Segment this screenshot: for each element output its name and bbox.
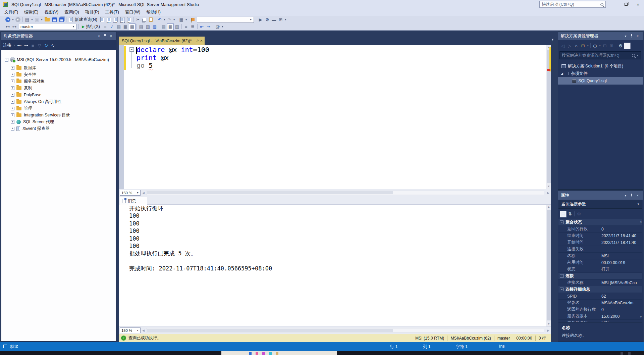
property-row[interactable]: 连接失败 bbox=[558, 246, 642, 253]
new-project-icon[interactable]: ▤ bbox=[24, 16, 31, 23]
panel-toggle-icon[interactable]: ⊞ bbox=[277, 16, 284, 23]
add-item-icon[interactable]: ▣ bbox=[34, 16, 40, 23]
scroll-up-icon[interactable]: ∧ bbox=[640, 220, 642, 223]
object-explorer-node[interactable]: +复制 bbox=[1, 85, 116, 92]
client-stats-icon[interactable]: ▥ bbox=[145, 23, 151, 30]
object-explorer-node[interactable]: +服务器对象 bbox=[1, 78, 116, 85]
live-stats-icon[interactable]: ▤ bbox=[138, 23, 145, 30]
toolbar-combobox[interactable]: ▼ bbox=[197, 17, 254, 23]
properties-grid[interactable]: −聚合状态返回的行数0结束时间2022/11/7 18:41:40开始时间202… bbox=[558, 219, 642, 322]
editor-horizontal-scrollbar[interactable] bbox=[146, 191, 544, 195]
object-explorer-node[interactable]: +安全性 bbox=[1, 71, 116, 78]
forward-icon[interactable]: ► bbox=[15, 17, 20, 22]
save-icon[interactable] bbox=[52, 17, 57, 22]
alphabetical-icon[interactable]: ⇅ bbox=[567, 211, 573, 217]
se-sync-icon[interactable]: ⊡ bbox=[601, 43, 608, 49]
results-text-icon[interactable]: ▤ bbox=[160, 23, 167, 30]
close-icon[interactable]: × bbox=[635, 33, 641, 39]
expand-icon[interactable]: + bbox=[11, 73, 14, 77]
pin-icon[interactable]: ⊤ bbox=[195, 39, 200, 43]
intellisense-icon[interactable]: ▧ bbox=[151, 23, 158, 30]
stop-icon[interactable]: ■ bbox=[30, 42, 36, 49]
close-tab-icon[interactable]: × bbox=[200, 39, 203, 43]
object-explorer-node[interactable]: +Always On 高可用性 bbox=[1, 98, 116, 105]
minimize-button[interactable]: — bbox=[608, 0, 620, 9]
expand-icon[interactable]: + bbox=[11, 66, 14, 70]
object-explorer-node[interactable]: +PolyBase bbox=[1, 92, 116, 98]
dropdown-caret-icon[interactable]: ▼ bbox=[221, 23, 224, 30]
menu-item[interactable]: 项目(P) bbox=[82, 9, 102, 16]
messages-zoom-combobox[interactable]: 150 %▼ bbox=[120, 327, 141, 333]
save-all-icon[interactable] bbox=[59, 17, 64, 22]
dropdown-caret-icon[interactable]: ▼ bbox=[163, 16, 166, 23]
menu-item[interactable]: 视图(V) bbox=[41, 9, 61, 16]
close-icon[interactable]: × bbox=[635, 193, 641, 198]
dropdown-caret-icon[interactable]: ▼ bbox=[173, 16, 176, 23]
dropdown-caret-icon[interactable]: ▼ bbox=[598, 43, 601, 49]
xmla-query-icon[interactable]: XMLA bbox=[120, 17, 124, 22]
property-row[interactable]: 返回的连接行数0 bbox=[558, 306, 642, 313]
quick-launch-input[interactable]: 快速启动 (Ctrl+Q) bbox=[539, 1, 606, 8]
scroll-down-icon[interactable]: ▼ bbox=[546, 184, 551, 189]
se-preview-toggle-icon[interactable]: — bbox=[624, 43, 631, 49]
expand-icon[interactable]: + bbox=[11, 100, 14, 104]
copy-icon[interactable] bbox=[143, 18, 146, 22]
object-explorer-tree[interactable]: −MSI (SQL Server 15.0.2000.5 - MSI\AaBbC… bbox=[1, 50, 116, 341]
property-category-row[interactable]: −连接详细信息 bbox=[558, 286, 642, 293]
object-explorer-node[interactable]: +管理 bbox=[1, 105, 116, 112]
property-row[interactable]: 返回的行数0 bbox=[558, 226, 642, 233]
undo-icon[interactable]: ↶ bbox=[156, 16, 163, 23]
object-explorer-node[interactable]: +Integration Services 目录 bbox=[1, 112, 116, 118]
properties-object-combobox[interactable]: 当前连接参数 ▼ bbox=[558, 200, 642, 209]
template-parameters-icon[interactable]: ▤ bbox=[115, 23, 122, 30]
outdent-icon[interactable]: ⇤ bbox=[199, 23, 205, 30]
close-button[interactable]: × bbox=[632, 0, 644, 9]
menu-item[interactable]: 文件(F) bbox=[1, 9, 21, 16]
sqlcmd-mode-icon[interactable]: @ bbox=[214, 23, 221, 30]
back-icon[interactable]: ◄ bbox=[5, 17, 10, 22]
menu-item[interactable]: 工具(T) bbox=[102, 9, 122, 16]
collapse-icon[interactable]: − bbox=[560, 274, 564, 278]
property-row[interactable]: 名称MSI bbox=[558, 253, 642, 259]
dropdown-caret-icon[interactable]: ▼ bbox=[586, 43, 589, 49]
dropdown-caret-icon[interactable]: ▼ bbox=[11, 16, 14, 23]
indent-icon[interactable]: ⇥ bbox=[205, 23, 212, 30]
scroll-left-icon[interactable]: ◀ bbox=[141, 191, 146, 195]
property-category-row[interactable]: −聚合状态 bbox=[558, 219, 642, 226]
list-icon[interactable]: ▬ bbox=[271, 16, 277, 23]
pin-icon[interactable] bbox=[629, 33, 635, 39]
collapse-icon[interactable]: − bbox=[5, 58, 8, 62]
scroll-right-icon[interactable]: ▶ bbox=[545, 329, 551, 332]
object-explorer-node[interactable]: +SQL Server 代理 bbox=[1, 119, 116, 125]
solution-node[interactable]: 解决方案'Solution1' (0 个项目) bbox=[558, 62, 643, 70]
se-collapse-all-icon[interactable]: ⊟ bbox=[580, 43, 586, 49]
chevron-down-icon[interactable]: ▾ bbox=[96, 33, 102, 39]
misc-files-node[interactable]: ◢ 杂项文件 bbox=[558, 70, 643, 77]
fold-collapse-icon[interactable]: − bbox=[129, 47, 134, 52]
property-row[interactable]: 状态打开 bbox=[558, 266, 642, 273]
props-wrench-icon[interactable]: ⚙ bbox=[576, 211, 582, 217]
results-file-icon[interactable]: ▥ bbox=[174, 23, 180, 30]
disconnect-icon[interactable]: ⊶ bbox=[23, 42, 30, 49]
refresh-icon[interactable]: ↻ bbox=[43, 42, 50, 49]
categorized-icon[interactable]: ▤ bbox=[560, 211, 567, 217]
expand-icon[interactable]: + bbox=[11, 120, 14, 124]
redo-icon[interactable]: ↷ bbox=[166, 16, 173, 23]
close-icon[interactable]: × bbox=[108, 33, 114, 39]
parse-icon[interactable]: ✓ bbox=[109, 23, 115, 30]
se-home-icon[interactable]: ⌂ bbox=[573, 43, 580, 49]
flag-icon[interactable] bbox=[192, 18, 195, 21]
change-connection-icon[interactable]: ⊶ bbox=[11, 23, 18, 30]
expand-icon[interactable]: + bbox=[11, 80, 14, 83]
se-pending-changes-icon[interactable]: ◴ bbox=[592, 43, 598, 49]
property-row[interactable]: 开始时间2022/11/7 18:41:40 bbox=[558, 239, 642, 246]
scrollbar-thumb[interactable] bbox=[547, 210, 551, 320]
estimated-plan-icon[interactable]: ▦ bbox=[122, 23, 129, 30]
messages-horizontal-scrollbar[interactable] bbox=[146, 328, 544, 333]
scroll-down-icon[interactable]: ∨ bbox=[640, 315, 642, 318]
menu-item[interactable]: 编辑(E) bbox=[21, 9, 41, 16]
expand-icon[interactable]: + bbox=[11, 86, 14, 90]
menu-item[interactable]: 帮助(H) bbox=[143, 9, 164, 16]
available-databases-combobox[interactable]: master▼ bbox=[19, 24, 76, 30]
connect-icon[interactable]: ⊷ bbox=[4, 23, 11, 30]
